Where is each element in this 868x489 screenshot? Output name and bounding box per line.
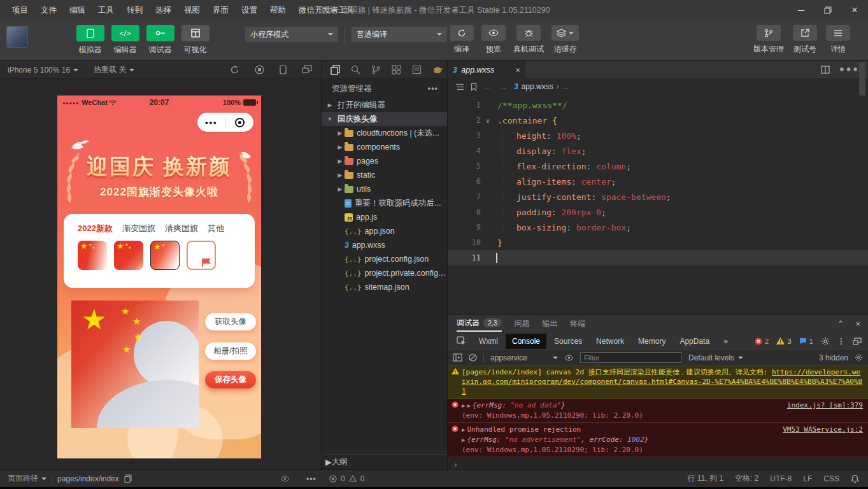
tab-terminal[interactable]: 终端	[571, 315, 586, 332]
hot-reload-toggle[interactable]: 热重载 关	[86, 64, 142, 75]
context-select[interactable]: appservice	[490, 353, 558, 362]
album-camera-button[interactable]: 相册/拍照	[205, 343, 256, 360]
simulator-toggle-button[interactable]: 模拟器	[75, 25, 105, 55]
console-sidebar-icon[interactable]	[453, 353, 462, 362]
menu-help[interactable]: 帮助	[264, 3, 292, 18]
tab-gradient-flag[interactable]: 渐变国旗	[122, 223, 155, 234]
menu-tools[interactable]: 工具	[92, 3, 120, 18]
clear-cache-button[interactable]: 清缓存	[551, 25, 579, 55]
tab-2022-new[interactable]: 2022新款	[78, 223, 113, 234]
code-area[interactable]: 1/**app.wxss**/ 2∨.container { 3height: …	[448, 95, 868, 266]
minimize-icon[interactable]: ─	[788, 0, 815, 20]
notifications-bell-icon[interactable]	[851, 474, 859, 483]
tree-file-sitemap[interactable]: {..}sitemap.json	[322, 280, 447, 294]
devtool-tab-wxml[interactable]: Wxml	[473, 334, 504, 349]
flag-style-2[interactable]: ★★★	[114, 241, 143, 270]
close-icon[interactable]: ×	[841, 0, 868, 20]
flag-style-4[interactable]	[187, 241, 216, 270]
eol-setting[interactable]: LF	[803, 474, 812, 483]
console-prompt[interactable]: ›	[448, 457, 868, 469]
undock-icon[interactable]	[853, 337, 862, 345]
console-error-row[interactable]: ▶Unhandled promise rejection ▶{errMsg: "…	[448, 423, 868, 457]
tree-folder-utils[interactable]: ▶utils	[322, 182, 447, 196]
console-filter-input[interactable]	[580, 352, 682, 363]
tree-folder-static[interactable]: ▶static	[322, 168, 447, 182]
problems-indicator[interactable]: 0 0	[329, 470, 364, 487]
flag-style-1[interactable]: ★★★	[78, 241, 107, 270]
editor-tab-app-wxss[interactable]: 3 app.wxss ×	[448, 61, 525, 78]
rotate-icon[interactable]	[230, 65, 239, 74]
info-count[interactable]: 1	[799, 337, 813, 345]
error-count[interactable]: 2	[755, 337, 769, 345]
extensions-icon[interactable]	[392, 65, 401, 74]
error-source-link[interactable]: index.js? [sm]:379	[787, 400, 863, 420]
devtool-tabs-more[interactable]: »	[717, 334, 734, 349]
tab-output[interactable]: 输出	[543, 315, 558, 332]
tree-folder-cloudfunctions[interactable]: ▶cloudfunctions | (未选...	[322, 126, 447, 140]
mode-select[interactable]: 小程序模式	[245, 27, 338, 42]
nav-back-icon[interactable]: ←	[483, 82, 492, 92]
menu-settings[interactable]: 设置	[236, 3, 263, 18]
files-icon[interactable]	[331, 65, 340, 75]
tab-problems[interactable]: 问题	[515, 315, 530, 332]
menu-file[interactable]: 文件	[35, 3, 62, 18]
multi-window-icon[interactable]	[302, 65, 312, 74]
compile-button[interactable]: 编译	[450, 25, 474, 55]
devtool-tab-sources[interactable]: Sources	[548, 334, 588, 349]
search-icon[interactable]	[351, 65, 360, 74]
tab-other[interactable]: 其他	[208, 223, 224, 234]
devtools-settings-icon[interactable]	[821, 337, 830, 346]
capsule-home-icon[interactable]	[226, 118, 254, 127]
editor-more-icon[interactable]: •••	[839, 64, 859, 76]
nav-forward-icon[interactable]: →	[499, 82, 508, 92]
tree-file-project-private-config[interactable]: {..}project.private.config.js...	[322, 266, 447, 280]
editor-scrollbar[interactable]	[859, 62, 865, 96]
restore-icon[interactable]	[815, 0, 841, 20]
split-editor-icon[interactable]	[821, 66, 830, 74]
tree-project-root[interactable]: ▼国庆换头像	[322, 112, 447, 126]
explorer-more-icon[interactable]: •••	[428, 84, 438, 93]
save-avatar-button[interactable]: 保存头像	[205, 371, 256, 388]
bookmark-icon[interactable]	[471, 83, 477, 91]
menu-project[interactable]: 项目	[6, 3, 34, 18]
tree-file-app-js[interactable]: JSapp.js	[322, 210, 447, 224]
language-mode[interactable]: CSS	[823, 474, 839, 483]
devtool-tab-appdata[interactable]: AppData	[673, 334, 716, 349]
device-select[interactable]: iPhone 5 100% 16	[0, 66, 86, 74]
inspect-icon[interactable]	[452, 336, 471, 346]
statusbar-more-icon[interactable]: •••	[306, 474, 317, 483]
flag-style-3-selected[interactable]: ★★	[150, 241, 180, 270]
console-log[interactable]: [pages/index/index] canvas 2d 接口支持同层渲染且性…	[448, 365, 868, 469]
tree-open-editors[interactable]: ▶打开的编辑器	[322, 98, 447, 112]
close-tab-icon[interactable]: ×	[515, 65, 520, 74]
user-avatar[interactable]	[6, 26, 28, 48]
tree-folder-components[interactable]: ▶components	[322, 140, 447, 154]
tab-clean-flag[interactable]: 清爽国旗	[165, 223, 198, 234]
copy-path-icon[interactable]	[124, 474, 132, 483]
devtool-tab-network[interactable]: Network	[590, 334, 630, 349]
warning-count[interactable]: 3	[776, 337, 791, 345]
cursor-position[interactable]: 行 11, 列 1	[687, 473, 723, 484]
visual-toggle-button[interactable]: 可视化	[180, 25, 210, 55]
menu-devtools[interactable]: 微信开发者工具	[293, 3, 360, 18]
details-button[interactable]: 详情	[826, 25, 850, 55]
indent-setting[interactable]: 空格: 2	[735, 473, 758, 484]
outline-list-icon[interactable]	[455, 83, 464, 90]
console-eye-icon[interactable]	[564, 355, 574, 361]
record-icon[interactable]	[255, 65, 264, 74]
menu-view[interactable]: 视图	[178, 3, 206, 18]
log-levels-select[interactable]: Default levels	[688, 353, 743, 362]
tree-file-readme[interactable]: 重要！获取源码成功后...	[322, 196, 447, 210]
menu-select[interactable]: 选择	[150, 3, 177, 18]
preview-eye-icon[interactable]	[280, 476, 290, 482]
page-path-select[interactable]: 页面路径	[8, 473, 46, 484]
tree-folder-pages[interactable]: ▶pages	[322, 154, 447, 168]
close-panel-icon[interactable]: ×	[855, 319, 860, 329]
menu-edit[interactable]: 编辑	[64, 3, 91, 18]
phone-frame-icon[interactable]	[280, 65, 287, 74]
editor-toggle-button[interactable]: </> 编辑器	[110, 25, 140, 55]
breadcrumb[interactable]: 3 app.wxss › ...	[514, 82, 569, 91]
console-error-row[interactable]: ▶▶{errMsg: "no ad data"} (env: Windows,m…	[448, 399, 868, 423]
version-manage-button[interactable]: 版本管理	[753, 25, 784, 55]
outline-section[interactable]: ▶大纲	[322, 454, 447, 469]
